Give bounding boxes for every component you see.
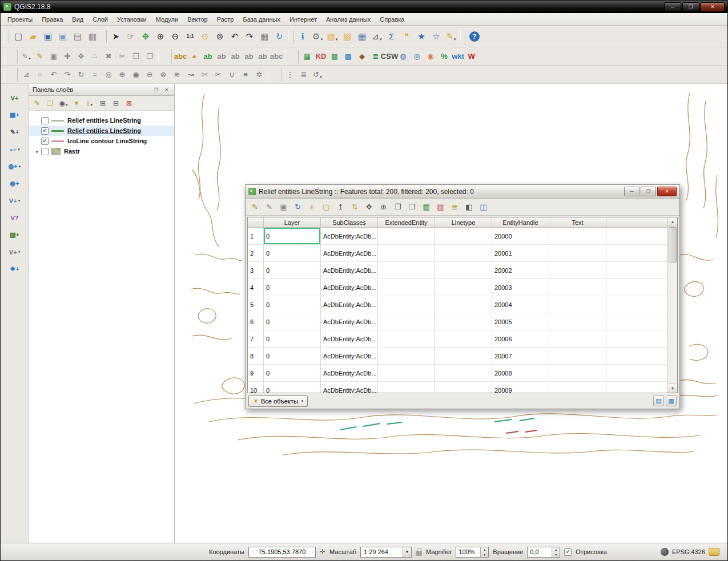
zoom-out-icon[interactable]: ⊖ ▾	[168, 29, 183, 44]
dlg-reload-icon[interactable]: ↻ ▾	[291, 200, 304, 213]
plugin-wk-icon[interactable]: W ▾	[465, 50, 478, 63]
cell-text[interactable]	[549, 262, 606, 279]
cell-extendedentity[interactable]	[378, 313, 435, 330]
add-spatialite-layer-icon[interactable]: ●+ ▾	[3, 142, 26, 156]
dlg-new-field-icon[interactable]: ▦ ▾	[420, 200, 433, 213]
cell-entityhandle[interactable]: 20007	[492, 348, 549, 364]
minimize-button[interactable]: ─	[664, 2, 681, 12]
merge-features-icon[interactable]: ∪ ▾	[225, 68, 239, 82]
toolbar-grip[interactable]: ▾	[460, 30, 465, 43]
row-number[interactable]: 7	[248, 330, 264, 347]
identify-features-icon[interactable]: ℹ ▾	[295, 29, 310, 44]
table-row[interactable]: 5 0 AcDbEntity:AcDb... 20004	[248, 296, 677, 313]
cell-subclasses[interactable]: AcDbEntity:AcDb...	[321, 365, 378, 381]
pin-labels-icon[interactable]: ab ▾	[215, 50, 228, 63]
cell-text[interactable]	[549, 382, 606, 393]
dlg-delete-field-icon[interactable]: ▥ ▾	[434, 200, 447, 213]
cell-entityhandle[interactable]: 20004	[492, 296, 549, 313]
table-row[interactable]: 6 0 AcDbEntity:AcDb... 20005	[248, 313, 677, 330]
cell-text[interactable]	[549, 245, 606, 261]
dlg-multiedit-icon[interactable]: ✎ ▾	[263, 200, 276, 213]
cell-text[interactable]	[549, 228, 606, 244]
maximize-button[interactable]: ❐	[682, 2, 699, 12]
select-features-icon[interactable]: ▧ ▾	[325, 29, 340, 44]
row-number[interactable]: 6	[248, 313, 264, 330]
open-attribute-table-icon[interactable]: ▦ ▾	[355, 29, 369, 44]
map-tips-icon[interactable]: ❝ ▾	[399, 29, 414, 44]
column-header[interactable]: Text	[549, 217, 606, 227]
add-virtual-layer-icon[interactable]: V? ▾	[3, 211, 26, 225]
fill-ring-icon[interactable]: ◉ ▾	[129, 68, 143, 82]
expand-all-icon[interactable]: ⊞ ▾	[96, 97, 109, 110]
scroll-up-icon[interactable]: ▲	[668, 217, 677, 227]
table-view-icon[interactable]: ▦	[666, 395, 677, 406]
magnifier-spinbox[interactable]: 100% ▴ ▾	[456, 547, 489, 558]
feature-filter-button[interactable]: ▼ Все объекты ▾	[248, 395, 308, 407]
toggle-editing-icon[interactable]: ✎ ▾	[33, 50, 47, 63]
move-label-icon[interactable]: ab ▾	[242, 50, 256, 63]
new-shapefile-layer-icon[interactable]: ▧+ ▾	[3, 228, 26, 242]
snapping-icon[interactable]: ↺ ▾	[311, 68, 324, 82]
cell-linetype[interactable]	[435, 382, 492, 393]
zoom-next-icon[interactable]: ↷ ▾	[242, 29, 257, 44]
spin-down-icon[interactable]: ▾	[552, 552, 560, 557]
plugin-wkt-icon[interactable]: wkt ▾	[451, 50, 465, 63]
split-features-icon[interactable]: ✂ ▾	[211, 68, 225, 82]
delete-part-icon[interactable]: ⊗ ▾	[156, 68, 170, 82]
column-header[interactable]: EntityHandle	[492, 217, 549, 227]
cell-layer[interactable]: 0	[264, 382, 321, 393]
cell-layer[interactable]: 0	[264, 313, 321, 330]
cut-features-icon[interactable]: ✂ ▾	[115, 50, 129, 63]
cell-extendedentity[interactable]	[378, 330, 435, 347]
table-vertical-scrollbar[interactable]: ▲ ▼	[667, 217, 677, 393]
add-wfs-layer-icon[interactable]: V+ ▾	[3, 193, 26, 208]
measure-icon[interactable]: ⊿ ▾	[369, 29, 384, 44]
current-edits-icon[interactable]: ✎ ▾	[19, 50, 33, 63]
cell-text[interactable]	[549, 348, 606, 364]
cell-linetype[interactable]	[435, 245, 492, 261]
zoom-in-icon[interactable]: ⊕ ▾	[153, 29, 168, 44]
table-row[interactable]: 1 0 AcDbEntity:AcDb... 20000	[248, 228, 677, 245]
dialog-minimize-button[interactable]: ─	[624, 187, 639, 196]
plugin-image-icon[interactable]: ▩ ▾	[341, 50, 355, 63]
chevron-down-icon[interactable]: ▾	[403, 547, 411, 557]
messages-icon[interactable]	[709, 548, 719, 556]
table-row[interactable]: 9 0 AcDbEntity:AcDb... 20008	[248, 365, 677, 382]
run-feature-action-icon[interactable]: ⚙ ▾	[310, 29, 325, 44]
layer-checkbox[interactable]: ✔	[41, 148, 49, 155]
menu-item[interactable]: Проекты	[3, 14, 37, 25]
spin-up-icon[interactable]: ▴	[552, 547, 560, 552]
save-project-as-icon[interactable]: ▣ ▾	[55, 29, 70, 44]
change-label-icon[interactable]: abc ▾	[270, 50, 283, 63]
add-raster-layer-icon[interactable]: ▦+ ▾	[3, 108, 26, 122]
deselect-features-icon[interactable]: ▨ ▾	[340, 29, 355, 44]
plugin-pour-icon[interactable]: ◆ ▾	[355, 50, 369, 63]
table-row[interactable]: 2 0 AcDbEntity:AcDb... 20001	[248, 245, 677, 262]
cell-text[interactable]	[549, 365, 606, 381]
composer-manager-icon[interactable]: ▥ ▾	[85, 29, 100, 44]
redo-icon[interactable]: ↷ ▾	[61, 68, 74, 82]
table-row[interactable]: 7 0 AcDbEntity:AcDb... 20006	[248, 330, 677, 348]
open-layer-styling-icon[interactable]: ✎ ▾	[31, 97, 43, 110]
undo-icon[interactable]: ↶ ▾	[47, 68, 61, 82]
split-parts-icon[interactable]: ✄ ▾	[198, 68, 211, 82]
cell-subclasses[interactable]: AcDbEntity:AcDb...	[321, 296, 378, 313]
cell-entityhandle[interactable]: 20008	[492, 365, 549, 381]
title-bar[interactable]: QGIS2.18.8 ─ ❐ ✕	[1, 1, 727, 13]
menu-item[interactable]: Вид	[67, 14, 88, 25]
plugin-georeferencer-icon[interactable]: ▩ ▾	[328, 50, 341, 63]
scale-combo[interactable]: 1:29 264 ▾	[360, 547, 412, 558]
plugin-grass-icon[interactable]: ▦ ▾	[300, 50, 314, 63]
column-header[interactable]: SubClasses	[321, 217, 378, 227]
cell-entityhandle[interactable]: 20000	[492, 228, 549, 244]
cell-layer[interactable]: 0	[264, 279, 321, 296]
scroll-down-icon[interactable]: ▼	[668, 384, 677, 393]
layer-labeling-icon[interactable]: abc ▾	[174, 50, 187, 63]
layer-tree-item[interactable]: ▸ ✔ Rastr	[29, 146, 174, 156]
dlg-paste-icon[interactable]: ❒ ▾	[405, 200, 419, 213]
cell-extendedentity[interactable]	[378, 382, 435, 393]
layer-checkbox[interactable]: ✔	[41, 127, 49, 135]
cell-text[interactable]	[549, 296, 606, 313]
layer-tree-item[interactable]: ✔ Relief entities LineString	[29, 126, 174, 136]
layer-checkbox[interactable]: ✔	[41, 117, 49, 124]
